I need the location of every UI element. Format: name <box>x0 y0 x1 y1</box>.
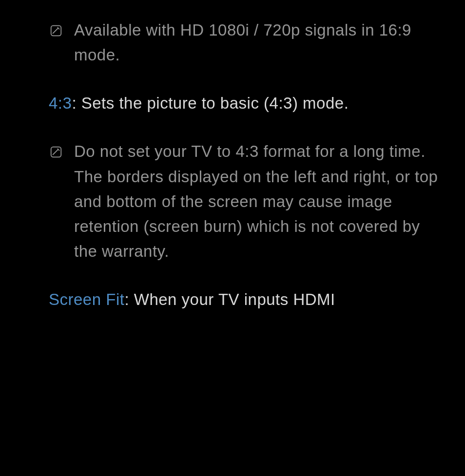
option-body: When your TV inputs HDMI <box>134 290 335 308</box>
manual-page: Available with HD 1080i / 720p signals i… <box>0 0 465 476</box>
option-body: Sets the picture to basic (4:3) mode. <box>81 94 349 112</box>
option-sep: : <box>72 94 81 112</box>
note-icon <box>49 145 63 159</box>
option-sep: : <box>124 290 134 308</box>
note-icon <box>49 23 63 38</box>
option-4-3: 4:3: Sets the picture to basic (4:3) mod… <box>49 91 446 115</box>
option-screen-fit: Screen Fit: When your TV inputs HDMI <box>49 287 446 312</box>
note-text: Available with HD 1080i / 720p signals i… <box>74 18 446 67</box>
option-label: 4:3 <box>49 94 72 112</box>
note-text: Do not set your TV to 4:3 format for a l… <box>74 139 446 264</box>
note-block: Do not set your TV to 4:3 format for a l… <box>49 139 446 264</box>
note-block: Available with HD 1080i / 720p signals i… <box>49 18 446 67</box>
option-label: Screen Fit <box>49 290 124 308</box>
